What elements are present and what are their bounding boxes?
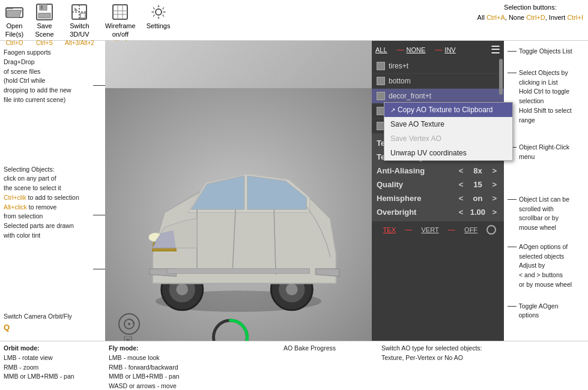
orbit-lmb: LMB - rotate view: [4, 353, 102, 363]
folder-open-icon: [5, 2, 24, 22]
ao-type-tex-button[interactable]: TEX: [380, 225, 399, 235]
viewport[interactable]: W A S D: [105, 41, 372, 390]
overbright-dec[interactable]: <: [456, 208, 466, 217]
open-files-button[interactable]: Open File(s) Ctrl+O: [5, 2, 24, 47]
selecting-objects-info: Selecting Objects: click on any part of …: [4, 165, 102, 241]
toggle-list-annotation: Toggle Objects List: [508, 47, 578, 56]
bottom-annotations: Orbit mode: LMB - rotate view RMB - zoom…: [0, 341, 588, 390]
quality-value: 15: [465, 180, 489, 189]
cursor-icon: ↗: [390, 107, 395, 113]
save-ao-texture-button[interactable]: Save AO Texture: [384, 117, 512, 131]
orbit-icon: [122, 317, 136, 331]
fly-wasd: WASD or arrows - move: [109, 382, 238, 390]
settings-button[interactable]: Settings: [147, 2, 171, 38]
separator1: —: [397, 46, 404, 54]
toggle-aogen-button[interactable]: [486, 225, 496, 235]
obj-label-bottom: bottom: [389, 77, 411, 85]
quality-inc[interactable]: >: [489, 180, 499, 189]
select-none-button[interactable]: NONE: [407, 46, 426, 53]
bottom-ao-progress-info: AO Bake Progress: [241, 341, 378, 390]
drag-drop-arrow: [93, 85, 105, 86]
save-vertex-ao-button: Save Vertex AO: [384, 131, 512, 146]
svg-rect-11: [113, 5, 127, 19]
sep-tex-vert: —: [405, 226, 412, 234]
svg-rect-4: [38, 13, 50, 18]
svg-rect-29: [168, 269, 310, 274]
obj-label-tires: tires+t: [389, 62, 408, 70]
anti-aliasing-value: 8x: [465, 166, 489, 175]
sep-vert-off: —: [448, 226, 455, 234]
object-list-panel: ALL — NONE — INV ☰ tires+t bottom decor_…: [372, 41, 504, 390]
svg-marker-9: [74, 7, 78, 11]
left-annotations: Faogen supportsDrag+Dropof scene files(h…: [0, 41, 105, 390]
hemisphere-label: Hemisphere: [377, 194, 456, 203]
unwrap-uv-button[interactable]: Unwrap UV coordinates: [384, 146, 512, 160]
anti-aliasing-inc[interactable]: >: [489, 166, 499, 175]
hemisphere-dec[interactable]: <: [456, 194, 466, 203]
svg-point-16: [156, 9, 162, 15]
context-menu: ↗Copy AO Texture to Clipboard Save AO Te…: [384, 102, 513, 161]
fly-rmb: RMB - forward/backward: [109, 363, 238, 373]
toggle-list-button[interactable]: ☰: [491, 43, 500, 56]
select-objects-annotation: Select Objects byclicking in ListHold Ct…: [508, 68, 578, 125]
toggle-aogen-annotation: Toggle AOgen options: [508, 302, 578, 321]
save-scene-button[interactable]: Save Scene Ctrl+S: [35, 2, 54, 47]
svg-rect-10: [80, 13, 85, 18]
wireframe-button[interactable]: Wireframe on/off Alt+4: [105, 2, 136, 47]
orbit-mmb: MMB or LMB+RMB - pan: [4, 372, 102, 382]
fly-lmb: LMB - mouse look: [109, 353, 238, 363]
gear-icon: [149, 2, 168, 22]
fly-label: Fly mode:: [109, 344, 238, 353]
object-item-bottom[interactable]: bottom: [372, 74, 504, 89]
object-item-tires[interactable]: tires+t: [372, 59, 504, 74]
switch-3d-icon: [70, 2, 89, 22]
ao-progress-label: AO Bake Progress: [245, 344, 374, 353]
right-annotations: Toggle Objects List Select Objects bycli…: [504, 41, 582, 390]
ao-type-switcher: TEX — VERT — OFF: [372, 221, 504, 238]
overbright-row: Overbright < 1.00 >: [372, 205, 504, 219]
right-section: ALL — NONE — INV ☰ tires+t bottom decor_…: [372, 41, 588, 390]
switch-3d-uv-button[interactable]: Switch 3D/UV Alt+3/Alt+2: [65, 2, 94, 47]
obj-icon-bottom: [377, 77, 385, 85]
orbit-rmb: RMB - zoom: [4, 363, 102, 373]
anti-aliasing-label: Anti-Aliasing: [377, 166, 456, 175]
aogen-options-annotation: AOgen options ofselected objectsAdjust b…: [508, 242, 578, 290]
camera-switch-info: Switch Camera Orbit/Fly Q: [4, 312, 72, 333]
scrollbar[interactable]: [499, 59, 503, 95]
anti-aliasing-row: Anti-Aliasing < 8x >: [372, 164, 504, 178]
orbit-label: Orbit mode:: [4, 344, 102, 353]
object-item-decor-front[interactable]: decor_front+t ↗Copy AO Texture to Clipbo…: [372, 89, 504, 104]
obj-icon-tires: [377, 62, 385, 70]
select-objects-arrow: [93, 215, 105, 215]
hemisphere-inc[interactable]: >: [489, 194, 499, 203]
selection-info: Selection buttons: All Ctrl+A, None Ctrl…: [477, 2, 583, 22]
anti-aliasing-dec[interactable]: <: [456, 166, 466, 175]
selection-title: Selection buttons:: [477, 2, 583, 13]
select-all-button[interactable]: ALL: [375, 46, 387, 53]
ao-type-vert-button[interactable]: VERT: [417, 225, 442, 235]
scrollbar-annotation: Object List can bescrolled withscrollbar…: [508, 195, 578, 233]
copy-ao-texture-button[interactable]: ↗Copy AO Texture to Clipboard: [384, 103, 512, 117]
ao-type-values: Texture, Per-Vertex or No AO: [381, 353, 506, 363]
quality-dec[interactable]: <: [456, 180, 466, 189]
obj-icon-decor-front: [377, 92, 385, 100]
overbright-value: 1.00: [465, 208, 489, 217]
select-inv-button[interactable]: INV: [444, 46, 455, 53]
bottom-right-spacer: [510, 341, 588, 390]
toolbar: Open File(s) Ctrl+O Save Scene Ctrl+S Sw…: [0, 0, 588, 41]
bottom-fly-info: Fly mode: LMB - mouse look RMB - forward…: [105, 341, 241, 390]
overbright-inc[interactable]: >: [489, 208, 499, 217]
obj-label-decor-front: decor_front+t: [389, 92, 431, 100]
svg-point-21: [176, 283, 188, 295]
svg-point-24: [286, 283, 298, 295]
svg-rect-3: [40, 4, 47, 10]
hemisphere-value: on: [465, 194, 489, 203]
quality-label: Quality: [377, 180, 456, 189]
selection-buttons: All Ctrl+A, None Ctrl+D, Invert Ctrl+I: [477, 13, 583, 23]
right-click-menu-annotation: Object Right-Clickmenu: [508, 143, 578, 162]
ao-type-switch-label: Switch AO type for selected objects:: [381, 344, 506, 353]
faogen-info: Faogen supportsDrag+Dropof scene files(h…: [4, 48, 102, 105]
svg-rect-5: [41, 5, 43, 9]
ao-type-off-button[interactable]: OFF: [461, 225, 481, 235]
separator2: —: [435, 46, 442, 54]
